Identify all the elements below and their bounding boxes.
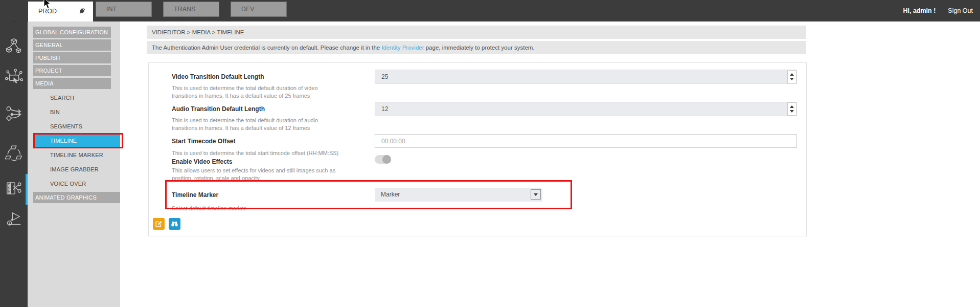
breadcrumb-text: VIDIEDITOR > MEDIA > TIMELINE bbox=[152, 29, 244, 35]
field-label-enable-video-effects: Enable Video Effects bbox=[172, 158, 232, 165]
field-description: This is used to determine the total defa… bbox=[172, 84, 366, 100]
video-transition-spinner[interactable] bbox=[787, 70, 796, 83]
field-label-audio-transition: Audio Transition Default Length bbox=[172, 105, 265, 113]
sidebar-item-image-grabber[interactable]: IMAGE GRABBER bbox=[35, 163, 120, 176]
edit-icon bbox=[155, 220, 163, 228]
warning-text: page, immediately to protect your system… bbox=[424, 45, 535, 51]
env-tab-label: DEV bbox=[241, 6, 255, 13]
spinner-down-icon[interactable] bbox=[790, 110, 794, 113]
find-button[interactable] bbox=[169, 218, 180, 230]
sidebar-group-general[interactable]: GENERAL bbox=[33, 39, 111, 51]
app-window: PROD INT TRANS DEV Hi, admin ! Sign Out … bbox=[0, 0, 980, 307]
top-bar: PROD INT TRANS DEV Hi, admin ! Sign Out bbox=[0, 0, 980, 21]
env-tab-prod[interactable]: PROD bbox=[28, 2, 93, 21]
sidebar-item-voice-over[interactable]: VOICE OVER bbox=[35, 178, 120, 190]
field-description: This is used to determine the total star… bbox=[172, 149, 366, 157]
interactive-config-icon[interactable] bbox=[5, 68, 23, 86]
tool-rail: CP bbox=[0, 0, 28, 307]
warning-banner: The Authentication Admin User credential… bbox=[147, 41, 806, 54]
env-tab-label: TRANS bbox=[174, 6, 195, 13]
sidebar-item-bin[interactable]: BIN bbox=[35, 106, 120, 118]
design-icon[interactable] bbox=[5, 210, 23, 228]
field-description: This is used to determine the total defa… bbox=[172, 117, 366, 132]
env-tab-int[interactable]: INT bbox=[96, 2, 152, 17]
env-tab-label: INT bbox=[106, 6, 117, 13]
config-sidebar: GLOBAL CONFIGURATION GENERAL PUBLISH PRO… bbox=[28, 21, 120, 307]
chevron-down-icon bbox=[534, 193, 538, 196]
audio-transition-spinner[interactable] bbox=[787, 102, 796, 116]
settings-form: Video Transition Default Length This is … bbox=[148, 62, 807, 236]
video-transition-input[interactable] bbox=[375, 70, 797, 84]
identity-provider-link[interactable]: Identity Provider bbox=[381, 45, 424, 51]
mouse-cursor bbox=[41, 0, 51, 10]
video-effects-toggle[interactable] bbox=[375, 155, 391, 164]
audio-transition-input[interactable] bbox=[375, 102, 797, 116]
exchange-icon[interactable] bbox=[5, 144, 23, 162]
breadcrumb: VIDIEDITOR > MEDIA > TIMELINE bbox=[147, 26, 806, 39]
field-label-start-timecode: Start Timecode Offset bbox=[172, 138, 235, 145]
field-description: Select default timeline marker. bbox=[172, 205, 366, 212]
field-label-video-transition: Video Transition Default Length bbox=[172, 73, 264, 80]
plug-icon bbox=[78, 7, 86, 15]
user-area: Hi, admin ! Sign Out bbox=[903, 0, 973, 21]
workflow-icon[interactable] bbox=[5, 105, 23, 123]
user-greeting: Hi, admin ! bbox=[903, 7, 936, 14]
sidebar-group-global-configuration[interactable]: GLOBAL CONFIGURATION bbox=[33, 27, 111, 38]
sidebar-item-timeline-marker[interactable]: TIMELINE MARKER bbox=[35, 149, 120, 161]
sidebar-item-label: TIMELINE bbox=[50, 138, 77, 144]
active-tool-indicator bbox=[26, 174, 28, 205]
toggle-knob bbox=[382, 155, 391, 164]
video-editor-icon[interactable] bbox=[5, 179, 23, 198]
sidebar-item-search[interactable]: SEARCH bbox=[35, 92, 120, 104]
spinner-up-icon[interactable] bbox=[790, 105, 794, 108]
env-tab-dev[interactable]: DEV bbox=[231, 2, 287, 17]
field-label-timeline-marker: Timeline Marker bbox=[172, 191, 218, 199]
sidebar-item-segments[interactable]: SEGMENTS bbox=[35, 120, 120, 133]
dropdown-arrow-button[interactable] bbox=[531, 189, 541, 200]
save-edit-button[interactable] bbox=[153, 218, 165, 230]
warning-text: The Authentication Admin User credential… bbox=[152, 45, 381, 51]
env-tab-trans[interactable]: TRANS bbox=[163, 2, 219, 17]
field-description: This allows users to set effects for vid… bbox=[172, 167, 366, 182]
sidebar-group-project[interactable]: PROJECT bbox=[33, 65, 111, 76]
modules-icon[interactable] bbox=[5, 37, 23, 56]
sign-out-link[interactable]: Sign Out bbox=[948, 7, 973, 14]
spinner-down-icon[interactable] bbox=[790, 78, 794, 80]
dropdown-selected-value: Marker bbox=[381, 191, 400, 198]
sidebar-group-animated-graphics[interactable]: ANIMATED GRAPHICS bbox=[33, 192, 120, 203]
sidebar-item-timeline[interactable]: TIMELINE bbox=[35, 135, 120, 147]
spinner-up-icon[interactable] bbox=[790, 73, 794, 76]
binoculars-icon bbox=[171, 220, 178, 228]
sidebar-group-media[interactable]: MEDIA bbox=[33, 78, 111, 89]
start-timecode-input[interactable] bbox=[375, 134, 797, 148]
timeline-marker-dropdown[interactable]: Marker bbox=[375, 188, 542, 202]
annotation-box-timeline bbox=[33, 133, 123, 148]
sidebar-group-publish[interactable]: PUBLISH bbox=[33, 52, 111, 63]
